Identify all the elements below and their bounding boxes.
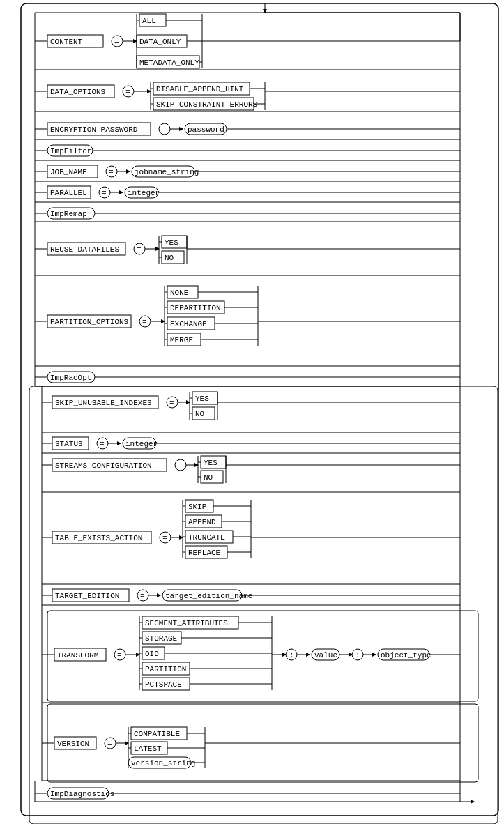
data-options-label: DATA_OPTIONS — [50, 88, 106, 96]
streams-yes-label: YES — [204, 459, 217, 467]
departition-label: DEPARTITION — [170, 304, 221, 312]
storage-label: STORAGE — [145, 634, 178, 643]
version-string-label: version_string — [131, 759, 195, 768]
transform-label: TRANSFORM — [57, 651, 98, 659]
pctspace-label: PCTSPACE — [145, 680, 182, 689]
impfilter-label: ImpFilter — [50, 147, 91, 155]
te-eq-label: = — [140, 592, 145, 600]
transform-eq-label: = — [117, 651, 122, 659]
disable-append-hint-label: DISABLE_APPEND_HINT — [156, 85, 244, 93]
merge-label: MERGE — [170, 336, 193, 344]
oid-label: OID — [145, 650, 159, 658]
password-label: password — [188, 125, 224, 134]
enc-eq-label: = — [162, 125, 167, 134]
skip-label: SKIP — [188, 503, 207, 511]
replace-label: REPLACE — [188, 549, 221, 557]
skip-constraint-errors-label: SKIP_CONSTRAINT_ERRORS — [156, 100, 258, 109]
truncate-label: TRUNCATE — [188, 533, 225, 542]
jobname-string-label: jobname_string — [135, 168, 199, 176]
skip-unusable-label: SKIP_UNUSABLE_INDEXES — [55, 399, 152, 407]
skip-yes-label: YES — [195, 395, 209, 403]
transform-partition-label: PARTITION — [145, 665, 186, 673]
transform-colon2-label: : — [356, 651, 360, 659]
streams-config-label: STREAMS_CONFIGURATION — [55, 461, 152, 470]
reuse-yes-label: YES — [165, 238, 178, 247]
transform-colon1-label: : — [289, 651, 294, 659]
skip-no-label: NO — [195, 410, 205, 418]
metadata-only-label: METADATA_ONLY — [139, 59, 199, 67]
target-edition-name-label: target_edition_name — [165, 592, 252, 600]
append-label: APPEND — [188, 518, 216, 526]
parallel-integer-label: integer — [128, 189, 160, 197]
segment-attributes-label: SEGMENT_ATTRIBUTES — [145, 619, 228, 627]
all-label: ALL — [142, 17, 156, 25]
parallel-label: PARALLEL — [50, 189, 87, 197]
content-eq-label: = — [114, 38, 119, 46]
skip-unusable-eq-label: = — [169, 399, 174, 407]
status-label: STATUS — [55, 440, 83, 448]
streams-no-label: NO — [204, 473, 213, 482]
object-type-label: object_type — [381, 651, 432, 659]
diagram-container: CONTENT = ALL DATA_ONLY METADATA_ONLY — [0, 0, 504, 824]
partition-options-label: PARTITION_OPTIONS — [50, 318, 129, 326]
target-edition-label: TARGET_EDITION — [55, 592, 119, 600]
status-integer-label: integer — [125, 440, 158, 448]
reuse-no-label: NO — [165, 254, 174, 262]
version-label: VERSION — [57, 740, 89, 748]
status-eq-label: = — [100, 440, 105, 448]
reuse-datafiles-label: REUSE_DATAFILES — [50, 245, 119, 254]
job-name-label: JOB_NAME — [50, 168, 87, 176]
impracopt-label: ImpRacOpt — [50, 374, 91, 382]
impdiagnostics-label: ImpDiagnostics — [50, 790, 114, 798]
none-label: NONE — [170, 289, 189, 297]
latest-label: LATEST — [134, 745, 162, 753]
version-eq-label: = — [107, 740, 112, 748]
encryption-password-label: ENCRYPTION_PASSWORD — [50, 125, 138, 134]
jobname-eq-label: = — [109, 168, 114, 176]
impremap-label: ImpRemap — [50, 210, 87, 218]
reuse-eq-label: = — [137, 245, 142, 254]
parallel-eq-label: = — [102, 189, 107, 197]
data-options-eq-label: = — [125, 88, 130, 96]
partition-eq-label: = — [142, 318, 147, 326]
table-exists-action-label: TABLE_EXISTS_ACTION — [55, 534, 142, 542]
exchange-label: EXCHANGE — [170, 320, 207, 328]
tea-eq-label: = — [162, 534, 167, 542]
streams-eq-label: = — [178, 461, 183, 470]
data-only-label: DATA_ONLY — [139, 38, 181, 46]
content-label: CONTENT — [50, 38, 83, 46]
value-label: value — [314, 651, 337, 659]
compatible-label: COMPATIBLE — [134, 730, 180, 738]
